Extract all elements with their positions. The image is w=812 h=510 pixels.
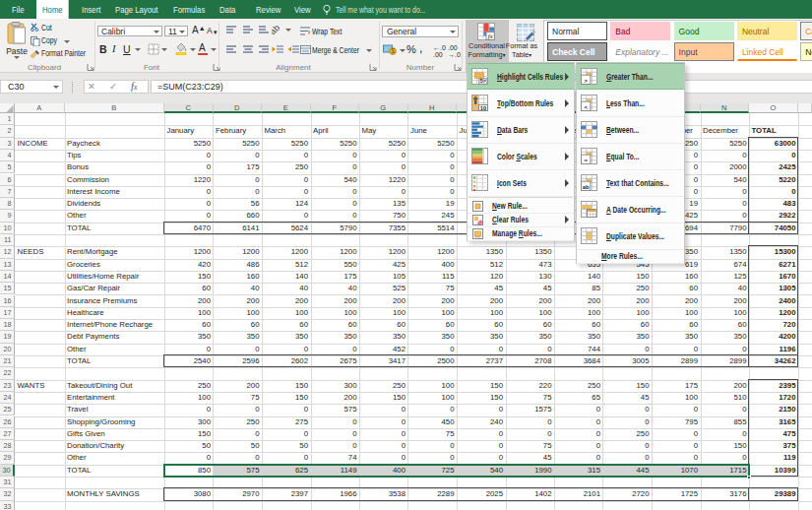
svg-text:5>: 5> xyxy=(479,78,485,84)
svg-text:ab: ab xyxy=(272,24,281,35)
svg-text:=: = xyxy=(585,158,589,163)
svg-text:<: < xyxy=(585,104,589,110)
svg-text:ab: ab xyxy=(583,184,590,190)
svg-text:$: $ xyxy=(391,47,395,54)
svg-text:fx: fx xyxy=(488,32,494,40)
svg-text:10: 10 xyxy=(479,105,485,111)
svg-text:>: > xyxy=(585,78,589,84)
